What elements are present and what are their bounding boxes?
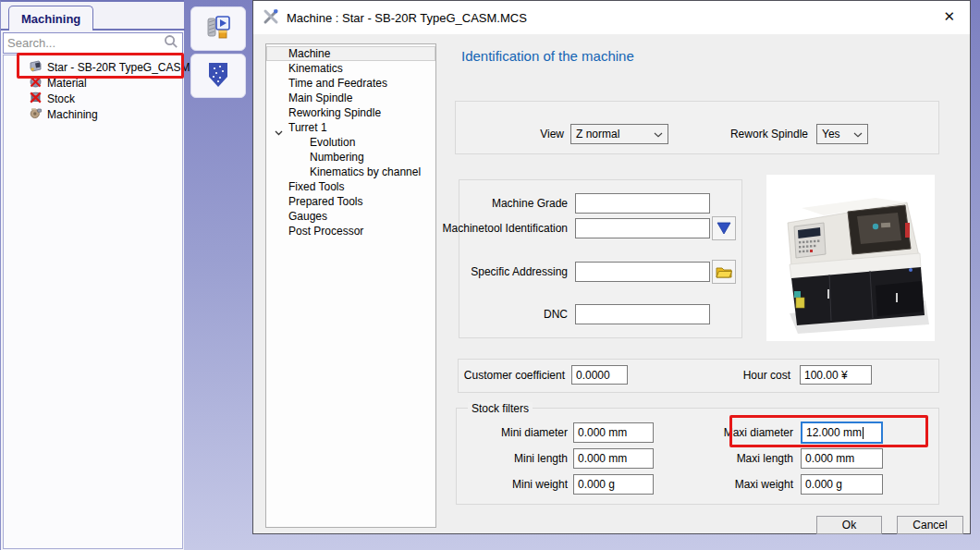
nav-item-prepared-tools[interactable]: Prepared Tools	[266, 194, 435, 209]
stock-filters-group: Stock filters Mini diameter Mini length …	[456, 408, 939, 505]
nav-item-fixed-tools[interactable]: Fixed Tools	[266, 179, 435, 194]
toolbar-simulation-button[interactable]	[190, 6, 246, 51]
nav-item-kinematics-by-channel[interactable]: Kinematics by channel	[266, 165, 435, 179]
mini-diameter-label: Mini diameter	[501, 426, 568, 439]
maxi-diameter-value: 12.000 mm	[806, 426, 862, 439]
specific-addressing-label: Specific Addressing	[471, 265, 568, 278]
maxi-diameter-label: Maxi diameter	[724, 426, 793, 439]
nav-item-main-spindle[interactable]: Main Spindle	[266, 91, 435, 105]
sidebar-item-label: Star - SB-20R TypeG_CASM	[47, 61, 190, 74]
nav-item-label: Time and Feedrates	[288, 77, 387, 90]
nav-item-label: Fixed Tools	[288, 180, 344, 193]
sidebar-item-machining[interactable]: Machining	[4, 106, 182, 122]
nav-item-label: Turret 1	[288, 121, 327, 134]
view-group: View Z normal Rework Spindle Yes	[455, 101, 939, 154]
view-select-value: Z normal	[576, 128, 619, 141]
sidebar-item-label: Machining	[47, 108, 98, 121]
rework-spindle-label: Rework Spindle	[730, 128, 808, 141]
ok-button[interactable]: Ok	[816, 516, 882, 534]
nav-item-evolution[interactable]: Evolution	[266, 135, 435, 150]
machinetool-lookup-button[interactable]	[712, 216, 736, 240]
customer-coefficient-input[interactable]	[571, 365, 628, 385]
specific-addressing-input[interactable]	[575, 262, 710, 282]
mini-length-label: Mini length	[514, 452, 568, 465]
close-icon[interactable]: ✕	[943, 9, 955, 23]
maxi-diameter-input[interactable]: 12.000 mm	[801, 422, 883, 444]
costs-group: Customer coefficient Hour cost	[458, 359, 939, 393]
machine-grade-label: Machine Grade	[492, 197, 568, 210]
nav-item-label: Evolution	[310, 136, 355, 149]
dnc-input[interactable]	[575, 304, 710, 324]
blue-triangle-icon	[717, 222, 731, 235]
maxi-weight-label: Maxi weight	[735, 478, 793, 491]
mini-weight-input[interactable]	[573, 474, 654, 495]
browse-folder-button[interactable]	[712, 260, 736, 284]
nav-item-machine[interactable]: Machine	[266, 46, 435, 61]
hour-cost-label: Hour cost	[743, 369, 790, 382]
dialog-titlebar: Machine : Star - SB-20R TypeG_CASM.MCS	[253, 1, 970, 34]
chevron-down-icon	[654, 132, 663, 138]
maxi-length-input[interactable]	[801, 448, 883, 469]
open-folder-icon	[716, 265, 732, 278]
toolbar-part-button[interactable]	[190, 54, 246, 98]
search-input[interactable]	[7, 36, 164, 50]
app-window: { "window": { "title": "Machine : Star -…	[0, 0, 980, 550]
nav-item-label: Kinematics	[288, 62, 343, 75]
identification-group: Machine Grade Machinetool Identification…	[459, 179, 742, 338]
stock-blocked-icon	[29, 91, 43, 107]
nav-item-label: Post Processor	[288, 225, 363, 238]
machining-icon	[29, 106, 43, 123]
sidebar-item-stock[interactable]: Stock	[4, 91, 182, 106]
nav-item-label: Machine	[288, 47, 330, 60]
nav-item-gauges[interactable]: Gauges	[266, 209, 435, 224]
mini-weight-label: Mini weight	[512, 478, 568, 491]
nav-item-time-and-feedrates[interactable]: Time and Feedrates	[266, 76, 435, 91]
left-panel: Machining Star - SB-20R TypeG_CASM	[0, 0, 184, 550]
nav-item-label: Numbering	[310, 151, 364, 164]
nav-item-label: Reworking Spindle	[288, 106, 381, 119]
view-label: View	[540, 128, 564, 141]
maxi-weight-input[interactable]	[801, 474, 883, 495]
project-tree: Star - SB-20R TypeG_CASM Material	[3, 55, 183, 549]
nav-item-label: Main Spindle	[288, 92, 352, 104]
mini-diameter-input[interactable]	[573, 422, 654, 443]
page-title: Identification of the machine	[461, 48, 634, 64]
dialog-title: Machine : Star - SB-20R TypeG_CASM.MCS	[287, 11, 527, 25]
stock-filters-title: Stock filters	[468, 402, 533, 415]
nav-item-kinematics[interactable]: Kinematics	[266, 61, 435, 76]
nav-item-label: Prepared Tools	[288, 195, 363, 208]
tab-machining-label: Machining	[21, 12, 80, 26]
nav-item-numbering[interactable]: Numbering	[266, 150, 435, 165]
rework-spindle-select[interactable]: Yes	[816, 124, 868, 144]
nav-item-label: Kinematics by channel	[310, 165, 421, 178]
simulation-play-icon	[203, 13, 233, 45]
machine-icon	[29, 59, 43, 76]
search-box	[3, 32, 183, 54]
machinetool-identification-input[interactable]	[575, 218, 710, 238]
nav-item-turret-1[interactable]: Turret 1	[266, 120, 435, 135]
text-caret	[863, 427, 864, 439]
machinetool-identification-label: Machinetool Identification	[443, 222, 568, 235]
crossed-tools-icon	[263, 8, 279, 28]
customer-coefficient-label: Customer coefficient	[464, 369, 565, 382]
cancel-button[interactable]: Cancel	[897, 516, 963, 534]
sidebar-item-label: Stock	[47, 92, 75, 105]
maxi-length-label: Maxi length	[737, 452, 793, 465]
machine-dialog: Machine : Star - SB-20R TypeG_CASM.MCS ✕…	[252, 0, 971, 534]
view-select[interactable]: Z normal	[570, 124, 668, 144]
sidebar-item-material[interactable]: Material	[4, 75, 182, 91]
nav-item-post-processor[interactable]: Post Processor	[266, 224, 435, 238]
dnc-label: DNC	[544, 308, 568, 321]
sidebar-item-machine-file[interactable]: Star - SB-20R TypeG_CASM	[4, 59, 182, 75]
sidebar-item-label: Material	[47, 77, 87, 90]
nav-item-reworking-spindle[interactable]: Reworking Spindle	[266, 105, 435, 120]
chevron-down-icon	[853, 132, 863, 138]
mini-length-input[interactable]	[573, 448, 654, 469]
search-icon	[164, 34, 178, 52]
rework-spindle-value: Yes	[822, 128, 840, 141]
material-blocked-icon	[29, 75, 43, 92]
machine-grade-input[interactable]	[575, 193, 710, 214]
machine-photo	[766, 175, 935, 341]
hour-cost-input[interactable]	[800, 365, 872, 385]
tab-machining[interactable]: Machining	[8, 6, 93, 31]
